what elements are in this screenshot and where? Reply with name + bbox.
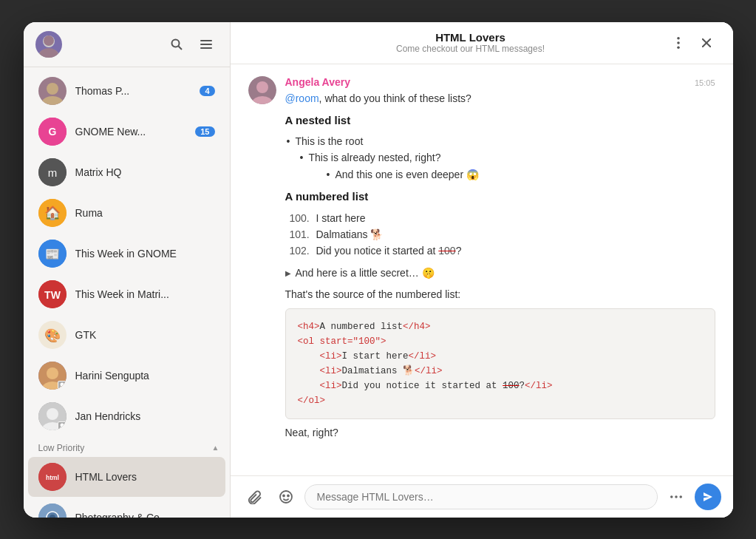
low-priority-section[interactable]: Low Priority ▲: [24, 437, 230, 456]
list-item: 101.Dalmatians 🐕: [285, 226, 715, 243]
svg-point-47: [283, 495, 285, 496]
sidebar-item-this-week-matrix[interactable]: TW This Week in Matri...: [28, 274, 225, 314]
chat-main: HTML Lovers Come checkout our HTML messa…: [231, 22, 733, 518]
message-text: @room, what do you think of these lists?…: [285, 91, 715, 441]
svg-point-39: [677, 41, 680, 44]
svg-point-38: [677, 37, 680, 40]
sidebar-item-matrix-hq[interactable]: m Matrix HQ: [28, 152, 225, 192]
list-item: 100.I start here: [285, 210, 715, 226]
svg-point-51: [679, 495, 682, 498]
svg-text:📰: 📰: [45, 247, 60, 261]
sender-name: Angela Avery: [285, 76, 350, 88]
svg-point-10: [41, 96, 64, 105]
svg-line-5: [178, 46, 182, 50]
message-header: Angela Avery 15:05: [285, 76, 715, 88]
message-content: Angela Avery 15:05 @room, what do you th…: [285, 76, 715, 441]
svg-point-46: [280, 491, 292, 503]
chat-input-bar: [231, 475, 733, 518]
room-avatar: html: [38, 463, 67, 491]
list-item: This is already nested, right?: [299, 149, 715, 166]
svg-text:🏠: 🏠: [44, 205, 61, 221]
svg-point-50: [675, 495, 678, 498]
room-avatar: [38, 504, 67, 518]
svg-text:TW: TW: [44, 289, 61, 301]
svg-text:m: m: [47, 166, 57, 179]
secret-text: And here is a little secret… 🤫: [296, 265, 435, 281]
menu-button[interactable]: [194, 33, 218, 56]
svg-point-32: [59, 427, 64, 429]
sidebar-item-harini[interactable]: Harini Sengupta: [28, 356, 225, 396]
svg-point-2: [44, 35, 54, 46]
secret-details[interactable]: ▶ And here is a little secret… 🤫: [285, 265, 715, 281]
room-avatar: 🏠: [38, 199, 67, 227]
message-row: Angela Avery 15:05 @room, what do you th…: [248, 76, 715, 441]
source-intro: That's the source of the numbered list:: [285, 287, 715, 302]
chat-subtitle: Come checkout our HTML messages!: [275, 44, 667, 54]
nested-list-heading: A nested list: [285, 112, 715, 129]
list-item: 102.Did you notice it started at 100?: [285, 243, 715, 259]
send-button[interactable]: [695, 484, 721, 510]
svg-text:🎨: 🎨: [44, 328, 61, 344]
nested-list-2: And this one is even deeper 😱: [325, 166, 715, 183]
sidebar-item-jan[interactable]: Jan Hendricks: [28, 396, 225, 436]
sidebar-item-html-lovers[interactable]: html HTML Lovers: [28, 457, 225, 497]
search-button[interactable]: [165, 33, 188, 56]
svg-point-9: [47, 83, 58, 95]
svg-text:G: G: [48, 126, 56, 138]
room-avatar: G: [38, 118, 67, 146]
room-name: Ruma: [75, 207, 215, 219]
nested-list-root: This is the root This is already nested,…: [285, 133, 715, 183]
room-avatar: m: [38, 158, 67, 186]
room-name: This Week in GNOME: [75, 248, 215, 260]
chat-header-info: HTML Lovers Come checkout our HTML messa…: [275, 31, 667, 54]
message-time: 15:05: [695, 78, 715, 87]
input-more-button[interactable]: [664, 484, 689, 509]
sidebar-item-thomas[interactable]: Thomas P... 4: [28, 71, 225, 111]
svg-point-49: [670, 495, 673, 498]
intro-text: , what do you think of these lists?: [319, 92, 471, 104]
room-name: HTML Lovers: [75, 471, 215, 483]
room-avatar: 🎨: [38, 321, 67, 349]
list-item: And this one is even deeper 😱: [325, 166, 715, 183]
numbered-list-heading: A numbered list: [285, 189, 715, 206]
emoji-button[interactable]: [273, 484, 299, 509]
close-button[interactable]: [695, 31, 718, 55]
room-name: Jan Hendricks: [75, 410, 215, 422]
sidebar-item-gnome-news[interactable]: G GNOME New... 15: [28, 112, 225, 152]
svg-point-40: [677, 46, 680, 49]
sidebar-item-this-week-gnome[interactable]: 📰 This Week in GNOME: [28, 234, 225, 274]
app-window: Thomas P... 4 G GNOME New... 15: [24, 22, 733, 518]
svg-point-44: [256, 81, 268, 93]
chat-title: HTML Lovers: [275, 31, 667, 44]
message-input[interactable]: [304, 484, 658, 509]
svg-rect-6: [200, 40, 212, 41]
unread-badge: 15: [195, 126, 214, 137]
svg-point-3: [39, 48, 58, 58]
chat-header: HTML Lovers Come checkout our HTML messa…: [231, 22, 733, 64]
neat-text: Neat, right?: [285, 425, 715, 441]
sidebar-item-ruma[interactable]: 🏠 Ruma: [28, 193, 225, 233]
mention: @room: [285, 92, 319, 104]
sidebar-header: [24, 22, 230, 67]
attachment-button[interactable]: [242, 484, 268, 509]
room-name: Harini Sengupta: [75, 370, 215, 382]
room-avatar: TW: [38, 280, 67, 308]
svg-point-27: [59, 386, 64, 388]
sidebar-item-photography[interactable]: Photography & Co.: [28, 498, 225, 518]
room-avatar: [38, 77, 67, 105]
strikethrough-text: 100: [438, 245, 455, 257]
chevron-up-icon: ▲: [212, 444, 219, 452]
chat-header-icons: [667, 31, 718, 55]
list-item: This is the root: [285, 133, 715, 149]
room-avatar: [38, 402, 67, 430]
more-options-button[interactable]: [667, 31, 690, 55]
svg-point-26: [60, 382, 64, 386]
sender-avatar: [248, 76, 276, 104]
room-name: Matrix HQ: [75, 166, 215, 178]
room-name: Photography & Co.: [75, 512, 215, 518]
svg-point-24: [47, 367, 58, 379]
svg-rect-8: [200, 47, 212, 49]
user-avatar[interactable]: [35, 31, 62, 58]
sidebar-item-gtk[interactable]: 🎨 GTK: [28, 315, 225, 355]
chat-body: Angela Avery 15:05 @room, what do you th…: [231, 64, 733, 475]
